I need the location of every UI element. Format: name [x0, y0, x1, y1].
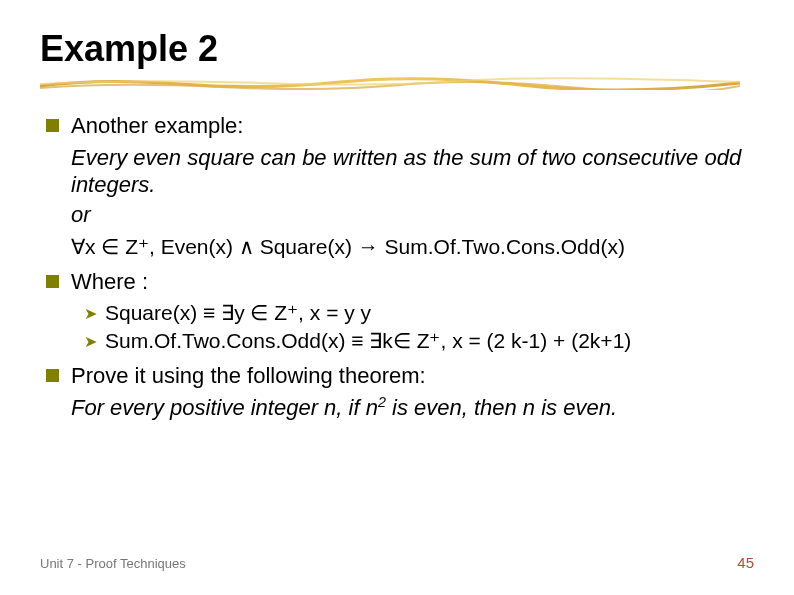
- bullet-1-formula: ∀x ∈ Z⁺, Even(x) ∧ Square(x) → Sum.Of.Tw…: [71, 234, 754, 260]
- bullet-2-sub2: ➤ Sum.Of.Two.Cons.Odd(x) ≡ ∃k∈ Z⁺, x = (…: [84, 328, 754, 354]
- bullet-3-text: Prove it using the following theorem:: [71, 362, 754, 390]
- square-bullet-icon: [46, 275, 59, 288]
- footer-page-number: 45: [737, 554, 754, 571]
- bullet-2-sub1: ➤ Square(x) ≡ ∃y ∈ Z⁺, x = y y: [84, 300, 754, 326]
- bullet-3: Prove it using the following theorem:: [46, 362, 754, 390]
- bullet-3-line1-b: is even, then n is even.: [386, 395, 617, 420]
- triangle-bullet-icon: ➤: [84, 332, 97, 352]
- bullet-1-text: Another example:: [71, 112, 754, 140]
- bullet-1-line2: or: [71, 201, 754, 229]
- bullet-2: Where :: [46, 268, 754, 296]
- square-bullet-icon: [46, 369, 59, 382]
- bullet-2-sub2-text: Sum.Of.Two.Cons.Odd(x) ≡ ∃k∈ Z⁺, x = (2 …: [105, 328, 631, 354]
- bullet-3-line1-a: For every positive integer n, if n: [71, 395, 378, 420]
- bullet-1-line1: Every even square can be written as the …: [71, 144, 754, 199]
- bullet-3-line1: For every positive integer n, if n2 is e…: [71, 394, 754, 422]
- title-underline: [40, 76, 740, 90]
- triangle-bullet-icon: ➤: [84, 304, 97, 324]
- bullet-3-line1-sup: 2: [378, 393, 386, 409]
- slide-content: Another example: Every even square can b…: [40, 112, 754, 421]
- slide: Example 2 Another example: Every even sq…: [0, 0, 794, 421]
- bullet-2-text: Where :: [71, 268, 754, 296]
- footer-left: Unit 7 - Proof Techniques: [40, 556, 186, 571]
- slide-title: Example 2: [40, 28, 754, 70]
- bullet-1: Another example:: [46, 112, 754, 140]
- square-bullet-icon: [46, 119, 59, 132]
- bullet-2-sub1-text: Square(x) ≡ ∃y ∈ Z⁺, x = y y: [105, 300, 371, 326]
